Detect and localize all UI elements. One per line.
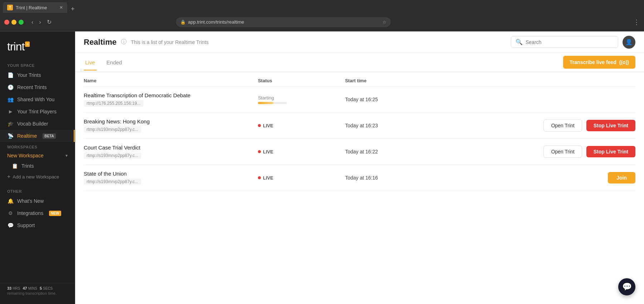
search-input[interactable] xyxy=(526,39,614,45)
star-icon[interactable]: ☆ xyxy=(382,20,386,25)
status-text: LIVE xyxy=(263,149,273,155)
sidebar-item-shared-with-you[interactable]: Shared With You xyxy=(0,93,75,106)
sidebar-item-whats-new[interactable]: What's New xyxy=(0,195,75,207)
window-controls xyxy=(4,20,24,25)
status-starting: Starting xyxy=(258,95,287,104)
url-text: app.trint.com/trints/realtime xyxy=(188,19,380,25)
tab-favicon: T xyxy=(7,5,13,10)
row-actions-col: Open Trint Stop Live Trint xyxy=(461,119,635,132)
sidebar-item-support[interactable]: Support xyxy=(0,219,75,231)
chat-bubble-button[interactable]: 💬 xyxy=(618,278,635,295)
row-starttime-col: Today at 16:25 xyxy=(345,97,461,102)
realtime-icon xyxy=(7,133,14,139)
trints-icon xyxy=(11,163,18,169)
sidebar-item-label: Integrations xyxy=(17,210,43,216)
mins-label: MINS xyxy=(28,286,37,290)
mins-value: 47 xyxy=(23,286,27,290)
beta-badge: BETA xyxy=(43,133,55,139)
row-actions-col: Join xyxy=(461,172,635,183)
open-trint-button[interactable]: Open Trint xyxy=(543,146,582,158)
tabs-bar: Live Ended Transcribe live feed ((o)) xyxy=(75,53,644,72)
trint-url: rtmp://s193mrvp2pp87y.c... xyxy=(84,178,141,185)
col-header-name: Name xyxy=(84,78,258,83)
workspace-name: New Workspace xyxy=(7,153,65,158)
workspace-item-new[interactable]: New Workspace ▾ xyxy=(0,151,75,161)
table-row: Realtime Transcription of Democratic Deb… xyxy=(84,87,635,113)
address-bar[interactable]: 🔒 app.trint.com/trints/realtime ☆ xyxy=(176,17,391,27)
trints-label: Trints xyxy=(21,163,34,169)
back-button[interactable]: ‹ xyxy=(29,18,35,26)
row-status-col: LIVE xyxy=(258,175,345,181)
stop-live-trint-button[interactable]: Stop Live Trint xyxy=(586,146,635,157)
page-subtitle: This is a list of your Realtime Trints xyxy=(131,39,209,45)
transcribe-live-feed-button[interactable]: Transcribe live feed ((o)) xyxy=(563,56,635,69)
time-remaining: 33 HRS 47 MINS 5 SECS remaining transcri… xyxy=(7,286,68,295)
sidebar-item-vocab-builder[interactable]: Vocab Builder xyxy=(0,118,75,130)
lock-icon: 🔒 xyxy=(180,20,186,25)
info-icon[interactable]: ⓘ xyxy=(121,38,127,46)
trint-title: Realtime Transcription of Democratic Deb… xyxy=(84,92,258,98)
logo-text: trint ≡ xyxy=(7,40,68,53)
browser-chrome: ‹ › ↻ 🔒 app.trint.com/trints/realtime ☆ … xyxy=(0,13,644,31)
forward-button[interactable]: › xyxy=(37,18,43,26)
table-header: Name Status Start time xyxy=(84,72,635,87)
integrations-icon xyxy=(7,210,14,216)
broadcast-icon: ((o)) xyxy=(619,59,629,65)
tab-close-icon[interactable]: ✕ xyxy=(59,5,63,10)
add-workspace-button[interactable]: + Add a new Workspace xyxy=(0,171,75,182)
sidebar-item-trints[interactable]: Trints xyxy=(0,161,75,171)
status-text: LIVE xyxy=(263,123,273,128)
close-window-button[interactable] xyxy=(4,20,9,25)
vocab-icon xyxy=(7,121,14,127)
row-starttime-col: Today at 16:23 xyxy=(345,123,461,128)
realtime-table: Name Status Start time Realtime Transcri… xyxy=(75,72,644,304)
trint-url: rtmp://s193mrvp2pp87y.c... xyxy=(84,126,141,133)
other-section-label: OTHER xyxy=(0,186,75,195)
progress-bar xyxy=(258,102,287,104)
table-row: Breaking News: Hong Kong rtmp://s193mrvp… xyxy=(84,113,635,139)
trint-title: State of the Union xyxy=(84,171,258,177)
maximize-window-button[interactable] xyxy=(19,20,24,25)
active-tab[interactable]: T Trint | Realtime ✕ xyxy=(3,2,67,13)
status-text: LIVE xyxy=(263,175,273,181)
time-suffix: remaining transcription time. xyxy=(7,291,68,295)
main-header: Realtime ⓘ This is a list of your Realti… xyxy=(75,31,644,53)
support-icon xyxy=(7,222,14,229)
hours-label: HRS xyxy=(13,286,20,290)
secs-label: SECS xyxy=(43,286,53,290)
menu-icon[interactable]: ⋮ xyxy=(633,18,640,26)
plus-icon: + xyxy=(7,173,10,180)
join-button[interactable]: Join xyxy=(608,172,635,183)
reload-button[interactable]: ↻ xyxy=(45,18,54,26)
sidebar-item-label: Your Trint Players xyxy=(17,109,57,114)
row-status-col: LIVE xyxy=(258,123,345,128)
tabs-group: Live Ended xyxy=(84,55,123,70)
stop-live-trint-button[interactable]: Stop Live Trint xyxy=(586,120,635,131)
sidebar-item-integrations[interactable]: Integrations NEW xyxy=(0,207,75,219)
tab-live[interactable]: Live xyxy=(84,55,97,70)
logo-icon: ≡ xyxy=(25,41,30,47)
new-tab-button[interactable]: + xyxy=(69,5,77,13)
minimize-window-button[interactable] xyxy=(11,20,16,25)
table-row: State of the Union rtmp://s193mrvp2pp87y… xyxy=(84,165,635,191)
row-name-col: Court Case Trial Verdict rtmp://s193mrvp… xyxy=(84,144,258,159)
sidebar-item-your-trints[interactable]: Your Trints xyxy=(0,69,75,81)
open-trint-button[interactable]: Open Trint xyxy=(543,119,582,132)
shared-icon xyxy=(7,96,14,103)
sidebar-item-trint-players[interactable]: Your Trint Players xyxy=(0,106,75,118)
row-starttime-col: Today at 16:16 xyxy=(345,175,461,181)
sidebar-item-recent-trints[interactable]: Recent Trints xyxy=(0,81,75,93)
live-dot xyxy=(258,176,261,179)
tab-ended[interactable]: Ended xyxy=(105,55,123,70)
hours-value: 33 xyxy=(7,286,11,290)
search-icon: 🔍 xyxy=(516,39,523,45)
sidebar-item-realtime[interactable]: Realtime BETA xyxy=(0,130,75,142)
logo: trint ≡ xyxy=(0,37,75,60)
chevron-down-icon: ▾ xyxy=(65,153,68,158)
sidebar-item-label: Realtime xyxy=(17,133,37,139)
main-content: Realtime ⓘ This is a list of your Realti… xyxy=(75,31,644,304)
row-actions-col: Open Trint Stop Live Trint xyxy=(461,146,635,158)
row-name-col: Breaking News: Hong Kong rtmp://s193mrvp… xyxy=(84,118,258,133)
search-box[interactable]: 🔍 xyxy=(511,36,618,48)
user-avatar[interactable]: 👤 xyxy=(623,36,635,49)
